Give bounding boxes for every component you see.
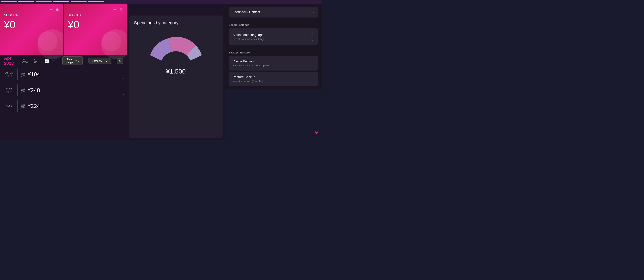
tab-6[interactable] (88, 1, 104, 2)
station-chevron-icon: ⌃⌄ (311, 32, 314, 42)
backup-section-header: Backup / Restore (228, 51, 318, 54)
transaction-3-bar (18, 100, 18, 112)
feedback-section: Feedback / Contact › (224, 4, 322, 20)
station-content: Station data language Detect from system… (232, 33, 264, 40)
restore-backup-item[interactable]: Restore Backup Import a backup (*.skb fi… (228, 72, 318, 86)
right-panel: Feedback / Contact › General Settings St… (224, 4, 322, 89)
station-header: Station data language Detect from system… (232, 32, 314, 42)
month-icons: 📈 ≡ (45, 58, 54, 63)
restore-backup-subtitle: Import a backup (*.skb file) (232, 80, 314, 83)
card-2-edit-icon[interactable]: ✏ (114, 8, 116, 12)
transaction-1-amount: ¥104 (28, 71, 40, 78)
left-panel: ✏ 🗑 SUGOCA ¥0 ✏ 🗑 SUGOCA ¥0 Apr 2018 (0, 4, 127, 140)
more-icon-2[interactable]: ··· (122, 84, 124, 88)
feedback-title: Feedback / Contact (232, 10, 260, 14)
tab-4[interactable] (53, 1, 69, 2)
transaction-1-date: Apr 10 20:10 (3, 71, 15, 77)
chart-container: Spendings by category ¥1,500 (129, 16, 222, 138)
table-row: Apr 8 23:47 🛒 ¥248 ··· 12 (0, 82, 127, 98)
card-2-delete-icon[interactable]: 🗑 (120, 8, 123, 12)
restore-backup-title: Restore Backup (232, 75, 314, 79)
transaction-2-amount: ¥248 (28, 87, 40, 94)
card-2-amount: ¥0 (68, 19, 123, 30)
station-title: Station data language (232, 33, 264, 37)
date-range-button[interactable]: Date range ⌃⌄ (62, 56, 83, 65)
station-subtitle: Detect from system settings (232, 38, 264, 40)
tab-bar (0, 0, 322, 4)
filter-icon[interactable]: ≡ (52, 58, 54, 63)
heart-button[interactable]: ♥ (315, 130, 318, 136)
more-icon-3[interactable]: ··· (122, 100, 124, 103)
donut-chart: ¥1,500 (148, 34, 204, 73)
tab-2[interactable] (18, 1, 34, 2)
card-1-edit-icon[interactable]: ✏ (50, 8, 53, 12)
transaction-2-day: Apr 8 (6, 87, 12, 90)
basket-icon-1: 🛒 (21, 72, 26, 77)
cards-area: ✏ 🗑 SUGOCA ¥0 ✏ 🗑 SUGOCA ¥0 (0, 4, 127, 55)
transaction-list: Apr 10 20:10 🛒 ¥104 ··· 13 Apr 8 23:47 🛒… (0, 66, 127, 140)
category-button[interactable]: Category ⌃⌄ (88, 58, 111, 64)
chart-icon[interactable]: 📈 (45, 58, 49, 63)
donut-svg (148, 35, 204, 71)
general-settings-header: General Settings (228, 24, 318, 26)
card-2-icons: ✏ 🗑 (114, 8, 123, 12)
basket-icon-2: 🛒 (21, 88, 26, 93)
transaction-3-amount: ¥224 (28, 103, 40, 109)
station-data-item[interactable]: Station data language Detect from system… (228, 28, 318, 45)
transaction-1-day: Apr 10 (5, 71, 13, 74)
transaction-1-time: 20:10 (6, 75, 12, 77)
create-backup-item[interactable]: Create Backup Save your data as a backup… (228, 56, 318, 70)
card-1-amount: ¥0 (4, 19, 60, 30)
transaction-3-day: Apr 8 (6, 104, 12, 107)
transaction-2-date: Apr 8 23:47 (3, 87, 15, 93)
main-layout: ✏ 🗑 SUGOCA ¥0 ✏ 🗑 SUGOCA ¥0 Apr 2018 (0, 4, 322, 140)
feedback-arrow-icon: › (313, 10, 314, 14)
transaction-2-time: 23:47 (6, 91, 12, 93)
card-1: ✏ 🗑 SUGOCA ¥0 (0, 4, 64, 55)
backup-section: Backup / Restore Create Backup Save your… (224, 48, 322, 89)
transaction-2-bar (18, 84, 18, 96)
month-in: in: ¥0 (34, 58, 39, 64)
create-backup-title: Create Backup (232, 60, 314, 63)
restore-backup-content: Restore Backup Import a backup (*.skb fi… (232, 75, 314, 83)
transaction-3-date: Apr 8 (3, 104, 15, 108)
month-title: Apr 2018 (4, 56, 18, 66)
card-2: ✏ 🗑 SUGOCA ¥0 (64, 4, 127, 55)
create-backup-subtitle: Save your data as a backup file (232, 64, 314, 67)
chart-total: ¥1,500 (166, 68, 186, 75)
tab-5[interactable] (71, 1, 87, 2)
feedback-contact-item[interactable]: Feedback / Contact › (228, 7, 318, 18)
card-1-delete-icon[interactable]: 🗑 (56, 8, 60, 12)
transaction-1-bar (18, 68, 18, 80)
table-row: Apr 8 🛒 ¥224 ··· (0, 98, 127, 114)
create-backup-content: Create Backup Save your data as a backup… (232, 60, 314, 67)
card-1-icons: ✏ 🗑 (50, 8, 60, 12)
table-row: Apr 10 20:10 🛒 ¥104 ··· 13 (0, 66, 127, 82)
right-panel-wrapper: Feedback / Contact › General Settings St… (224, 4, 322, 140)
card-1-title: SUGOCA (4, 14, 60, 17)
transaction-2-number: 12 (122, 94, 124, 96)
month-out: out: ¥730 (22, 58, 30, 64)
chart-title: Spendings by category (134, 20, 178, 26)
more-icon-1[interactable]: ··· (122, 68, 124, 72)
tab-1[interactable] (1, 1, 17, 2)
general-settings-section: General Settings Station data language D… (224, 20, 322, 48)
transaction-1-number: 13 (122, 78, 124, 80)
tab-3[interactable] (36, 1, 52, 2)
basket-icon-3: 🛒 (21, 104, 26, 109)
card-2-title: SUGOCA (68, 14, 123, 17)
middle-panel: Spendings by category ¥1,500 (127, 4, 224, 140)
